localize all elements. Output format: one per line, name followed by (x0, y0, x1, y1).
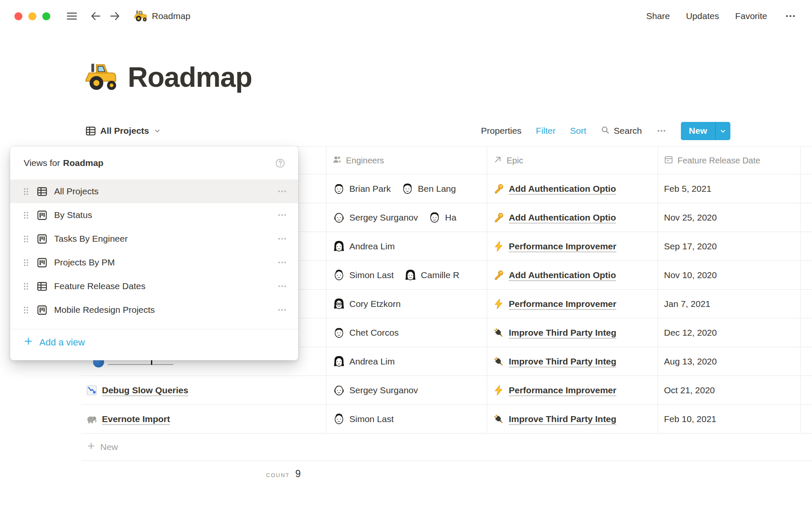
release-date-cell[interactable]: Feb 10, 2021 (658, 405, 801, 433)
release-date-cell[interactable]: Aug 13, 2020 (658, 347, 801, 375)
epic-cell[interactable]: Performance Improvemer (487, 232, 658, 260)
name-cell[interactable]: Evernote Import (81, 405, 326, 433)
view-item-menu-button[interactable] (277, 186, 287, 196)
engineers-cell[interactable]: Sergey Surganov (326, 376, 487, 404)
zoom-window-button[interactable] (42, 12, 50, 20)
drag-handle-icon[interactable] (23, 210, 29, 221)
view-item-menu-button[interactable] (277, 234, 287, 244)
view-item-menu-button[interactable] (277, 257, 287, 268)
drag-handle-icon[interactable] (23, 281, 29, 292)
release-date-cell[interactable]: Oct 21, 2020 (658, 376, 801, 404)
filter-button[interactable]: Filter (536, 126, 556, 136)
epic-link[interactable]: Improve Third Party Integ (509, 356, 616, 367)
engineer-chip[interactable]: Camille R (404, 268, 459, 282)
release-date-cell[interactable]: Sep 17, 2020 (658, 232, 801, 260)
new-dropdown-chevron-icon[interactable] (715, 122, 730, 140)
close-window-button[interactable] (14, 12, 22, 20)
engineer-chip[interactable]: Sergey Surganov (332, 384, 418, 397)
release-date-cell[interactable]: Jan 7, 2021 (658, 290, 801, 318)
epic-cell[interactable]: Add Authentication Optio (487, 174, 658, 203)
view-item-menu-button[interactable] (277, 281, 287, 291)
breadcrumb[interactable]: Roadmap (134, 9, 190, 23)
engineer-chip[interactable]: Sergey Surganov (332, 211, 418, 224)
engineers-cell[interactable]: Sergey SurganovHa (326, 203, 487, 232)
column-header-date[interactable]: Feature Release Date (658, 147, 801, 174)
engineers-cell[interactable]: Andrea Lim (326, 232, 487, 260)
epic-cell[interactable]: Add Authentication Optio (487, 203, 658, 232)
epic-link[interactable]: Add Authentication Optio (509, 270, 616, 280)
engineer-chip[interactable]: Andrea Lim (332, 240, 395, 253)
engineers-cell[interactable]: Andrea Lim (326, 347, 487, 375)
search-button[interactable]: Search (601, 125, 642, 137)
drag-handle-icon[interactable] (23, 234, 29, 244)
release-date-cell[interactable]: Feb 5, 2021 (658, 174, 801, 203)
sidebar-menu-icon[interactable] (66, 10, 78, 22)
column-header-engineers[interactable]: Engineers (326, 147, 487, 174)
view-switcher[interactable]: All Projects (85, 126, 161, 136)
epic-link[interactable]: Improve Third Party Integ (509, 328, 616, 338)
name-cell[interactable]: Debug Slow Queries (81, 376, 326, 404)
back-icon[interactable] (89, 10, 102, 22)
more-options-icon[interactable] (783, 10, 798, 22)
epic-link[interactable]: Performance Improvemer (509, 385, 616, 395)
engineers-cell[interactable]: Cory Etzkorn (326, 290, 487, 318)
page-link[interactable]: Evernote Import (102, 414, 170, 424)
page-emoji-tractor-icon[interactable] (85, 61, 118, 94)
view-item-tasks-by-engineer[interactable]: Tasks By Engineer (10, 227, 298, 251)
epic-cell[interactable]: Performance Improvemer (487, 290, 658, 318)
column-header-epic[interactable]: Epic (487, 147, 658, 174)
sort-button[interactable]: Sort (570, 126, 587, 136)
new-button-label[interactable]: New (681, 122, 715, 140)
drag-handle-icon[interactable] (23, 305, 29, 315)
epic-cell[interactable]: Improve Third Party Integ (487, 318, 658, 347)
engineer-chip[interactable]: Ben Lang (401, 182, 456, 195)
new-button[interactable]: New (681, 122, 730, 140)
engineer-chip[interactable]: Simon Last (332, 268, 394, 282)
page-link[interactable]: Debug Slow Queries (102, 385, 188, 395)
view-item-all-projects[interactable]: All Projects (10, 179, 298, 203)
favorite-button[interactable]: Favorite (735, 11, 767, 21)
view-item-by-status[interactable]: By Status (10, 203, 298, 227)
engineers-cell[interactable]: Chet Corcos (326, 318, 487, 347)
engineers-cell[interactable]: Simon Last (326, 405, 487, 433)
share-button[interactable]: Share (646, 11, 670, 21)
epic-cell[interactable]: Performance Improvemer (487, 376, 658, 404)
updates-button[interactable]: Updates (686, 11, 719, 21)
epic-link[interactable]: Performance Improvemer (509, 299, 616, 309)
column-header-label: Epic (507, 156, 523, 166)
view-item-feature-release-dates[interactable]: Feature Release Dates (10, 274, 298, 298)
help-icon[interactable] (275, 158, 285, 168)
view-item-menu-button[interactable] (277, 210, 287, 220)
engineer-chip[interactable]: Ha (428, 211, 456, 224)
engineer-chip[interactable]: Andrea Lim (332, 355, 395, 368)
view-item-projects-by-pm[interactable]: Projects By PM (10, 251, 298, 274)
new-row-button[interactable]: New (81, 433, 812, 461)
engineer-chip[interactable]: Simon Last (332, 412, 394, 425)
epic-cell[interactable]: Add Authentication Optio (487, 261, 658, 289)
release-date-cell[interactable]: Nov 25, 2020 (658, 203, 801, 232)
engineers-cell[interactable]: Simon LastCamille R (326, 261, 487, 289)
add-view-button[interactable]: Add a view (10, 329, 298, 356)
toolbar-more-icon[interactable] (656, 126, 667, 136)
engineer-chip[interactable]: Cory Etzkorn (332, 297, 401, 310)
engineers-cell[interactable]: Brian ParkBen Lang (326, 174, 487, 203)
forward-icon[interactable] (109, 10, 121, 22)
engineer-chip[interactable]: Chet Corcos (332, 326, 399, 339)
epic-link[interactable]: Improve Third Party Integ (509, 414, 616, 424)
epic-link[interactable]: Add Authentication Optio (509, 184, 616, 194)
view-item-mobile-redesign-projects[interactable]: Mobile Redesign Projects (10, 298, 298, 322)
engineer-chip[interactable]: Brian Park (332, 182, 391, 195)
release-date-cell[interactable]: Nov 10, 2020 (658, 261, 801, 289)
release-date-cell[interactable]: Dec 12, 2020 (658, 318, 801, 347)
drag-handle-icon[interactable] (23, 186, 29, 197)
epic-cell[interactable]: Improve Third Party Integ (487, 405, 658, 433)
view-item-menu-button[interactable] (277, 305, 287, 315)
minimize-window-button[interactable] (28, 12, 36, 20)
avatar (332, 297, 346, 310)
zap-icon (493, 298, 504, 309)
epic-link[interactable]: Add Authentication Optio (509, 213, 616, 223)
properties-button[interactable]: Properties (481, 126, 521, 136)
epic-cell[interactable]: Improve Third Party Integ (487, 347, 658, 375)
drag-handle-icon[interactable] (23, 257, 29, 268)
epic-link[interactable]: Performance Improvemer (509, 241, 616, 251)
